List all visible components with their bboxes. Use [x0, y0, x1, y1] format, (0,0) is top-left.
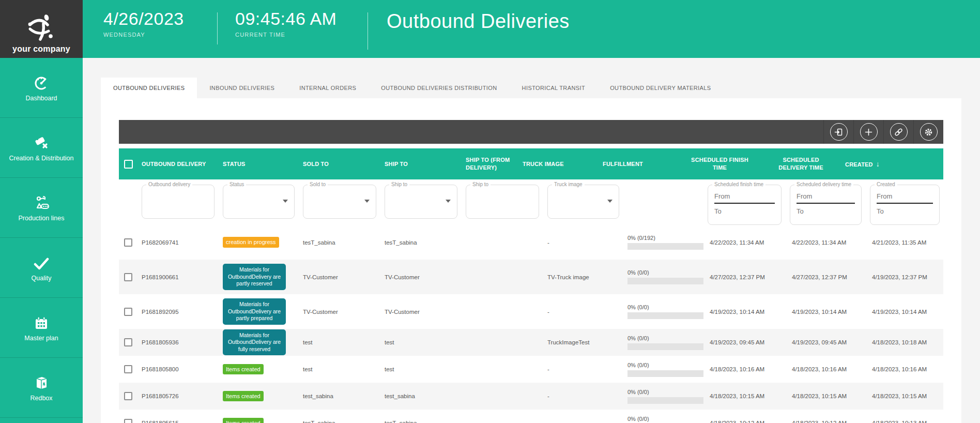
current-time: 09:45:46 AM: [235, 9, 350, 28]
sold-to-value: test_sabina: [299, 393, 380, 399]
ship-to-from-delivery-filter-input[interactable]: Ship to: [466, 185, 539, 219]
outbound-delivery-id: P1681805726: [137, 393, 219, 399]
settings-button[interactable]: [913, 120, 943, 144]
tag-icon: [34, 133, 49, 150]
row-checkbox[interactable]: [124, 273, 132, 281]
weekday-label: WEDNESDAY: [103, 32, 200, 38]
sidebar-item-dashboard[interactable]: Dashboard: [0, 58, 83, 118]
header-divider: [217, 12, 218, 44]
status-badge: Items created: [223, 418, 264, 423]
column-header-scheduled-finish-time[interactable]: SCHEDULED FINISH TIME: [679, 156, 761, 172]
fulfillment-value: 0% (0/192): [627, 235, 703, 241]
fulfillment-value: 0% (0/0): [627, 335, 703, 341]
scheduled-delivery-time-value: 4/19/2023, 10:14 AM: [786, 309, 866, 315]
truck-image-filter-select[interactable]: Truck image: [547, 185, 619, 219]
row-checkbox[interactable]: [124, 365, 132, 373]
current-time-label: CURRENT TIME: [235, 32, 350, 38]
outbound-delivery-id: P1681805936: [137, 339, 219, 345]
logo-text: your company: [12, 44, 70, 54]
select-all-checkbox[interactable]: [124, 160, 133, 169]
outbound-delivery-id: P1681805800: [137, 366, 219, 372]
column-header-fulfillment[interactable]: FULFILLMENT: [599, 160, 679, 168]
truck-image-value: -: [543, 239, 623, 246]
fulfillment-value: 0% (0/0): [627, 269, 703, 276]
tab[interactable]: INBOUND DELIVERIES: [197, 78, 287, 98]
fulfillment-progress-bar: [627, 370, 703, 377]
column-header-sold-to[interactable]: SOLD TO: [299, 160, 380, 168]
tab[interactable]: HISTORICAL TRANSIT: [510, 78, 598, 98]
table-row[interactable]: P1681892095 Materials for OutboundDelive…: [119, 294, 943, 329]
filter-row: Outbound delivery Status Sold to: [119, 179, 943, 225]
filter-label: Status: [227, 182, 246, 187]
ship-to-value: tesT_sabina: [380, 420, 462, 423]
box-icon: [34, 373, 49, 390]
table-row[interactable]: P1681900661 Materials for OutboundDelive…: [119, 260, 943, 294]
tab[interactable]: INTERNAL ORDERS: [287, 78, 369, 98]
scheduled-delivery-time-value: 4/18/2023, 10:16 AM: [786, 366, 866, 372]
add-button[interactable]: [853, 120, 883, 144]
status-filter-select[interactable]: Status: [223, 185, 295, 219]
to-date-input[interactable]: To: [714, 204, 775, 215]
export-button[interactable]: [823, 120, 853, 144]
scheduled-finish-time-value: 4/18/2023, 10:12 AM: [703, 420, 786, 423]
from-date-input[interactable]: From: [714, 192, 775, 204]
sidebar-item-creation-distribution[interactable]: Creation & Distribution: [0, 118, 83, 178]
row-checkbox[interactable]: [124, 308, 132, 316]
scheduled-delivery-time-value: 4/19/2023, 09:45 AM: [786, 339, 866, 345]
column-header-ship-to[interactable]: SHIP TO: [380, 160, 462, 168]
to-date-input[interactable]: To: [797, 204, 855, 215]
scheduled-delivery-time-filter[interactable]: Scheduled delivery time From To: [790, 185, 862, 225]
from-date-input[interactable]: From: [797, 192, 855, 204]
fulfillment-progress-bar: [627, 312, 703, 319]
fulfillment-progress-bar: [627, 278, 703, 284]
sidebar-item-master-plan[interactable]: Master plan: [0, 298, 83, 358]
time-block: 09:45:46 AM CURRENT TIME: [235, 9, 350, 38]
from-date-input[interactable]: From: [877, 192, 933, 204]
sidebar-item-production-lines[interactable]: Production lines: [0, 178, 83, 238]
filter-label: Created: [875, 182, 897, 187]
column-header-status[interactable]: STATUS: [219, 160, 299, 168]
table-row[interactable]: P1681805615 Items created tesT_sabina te…: [119, 410, 943, 423]
scheduled-finish-time-value: 4/18/2023, 10:16 AM: [703, 366, 786, 372]
table-row[interactable]: P1682069741 creation in progress tesT_sa…: [119, 225, 943, 260]
column-header-ship-to-from-delivery[interactable]: SHIP TO (FROM DELIVERY): [462, 156, 518, 172]
truck-image-value: -: [543, 309, 623, 315]
scheduled-finish-time-filter[interactable]: Scheduled finish time From To: [708, 185, 782, 225]
chevron-down-icon: [607, 200, 612, 203]
row-checkbox[interactable]: [124, 392, 132, 400]
date-block: 4/26/2023 WEDNESDAY: [103, 9, 200, 38]
column-header-created[interactable]: CREATED↓: [841, 159, 919, 169]
table-row[interactable]: P1681805936 Materials for OutboundDelive…: [119, 329, 943, 356]
row-checkbox[interactable]: [124, 238, 132, 247]
tab[interactable]: OUTBOUND DELIVERY MATERIALS: [598, 78, 723, 98]
fulfillment-cell: 0% (0/0): [623, 362, 703, 377]
settings-icon: [920, 123, 938, 141]
created-filter[interactable]: Created From To: [870, 185, 940, 225]
filter-label: Ship to: [389, 182, 409, 187]
truck-image-value: TruckImageTest: [543, 339, 623, 345]
table-row[interactable]: P1681805726 Items created test_sabina te…: [119, 383, 943, 410]
table-body: P1682069741 creation in progress tesT_sa…: [119, 225, 943, 423]
column-header-outbound-delivery[interactable]: OUTBOUND DELIVERY: [137, 160, 219, 168]
tab-bar: OUTBOUND DELIVERIES INBOUND DELIVERIES I…: [101, 78, 724, 98]
ship-to-value: test_sabina: [380, 393, 462, 399]
tab[interactable]: OUTBOUND DELIVERIES: [101, 78, 197, 98]
tab[interactable]: OUTBOUND DELIVERIES DISTRIBUTION: [369, 78, 509, 98]
table-row[interactable]: P1681805800 Items created test test - 0%…: [119, 356, 943, 383]
sold-to-value: TV-Customer: [299, 309, 380, 315]
link-button[interactable]: [883, 120, 913, 144]
outbound-delivery-filter-input[interactable]: Outbound delivery: [142, 185, 215, 219]
company-logo[interactable]: your company: [0, 0, 83, 58]
scheduled-finish-time-value: 4/27/2023, 12:37 PM: [703, 274, 786, 280]
sidebar-item-redbox[interactable]: Redbox: [0, 358, 83, 418]
status-badge: Items created: [223, 364, 264, 374]
sidebar-item-quality[interactable]: Quality: [0, 238, 83, 298]
row-checkbox[interactable]: [124, 419, 132, 423]
column-header-scheduled-delivery-time[interactable]: SCHEDULED DELIVERY TIME: [761, 156, 841, 172]
row-checkbox[interactable]: [124, 338, 132, 346]
column-header-truck-image[interactable]: TRUCK IMAGE: [518, 160, 599, 168]
ship-to-filter-select[interactable]: Ship to: [385, 185, 457, 219]
sold-to-filter-select[interactable]: Sold to: [303, 185, 376, 219]
deliveries-card: OUTBOUND DELIVERY STATUS SOLD TO SHIP TO…: [101, 98, 961, 423]
to-date-input[interactable]: To: [877, 204, 933, 215]
